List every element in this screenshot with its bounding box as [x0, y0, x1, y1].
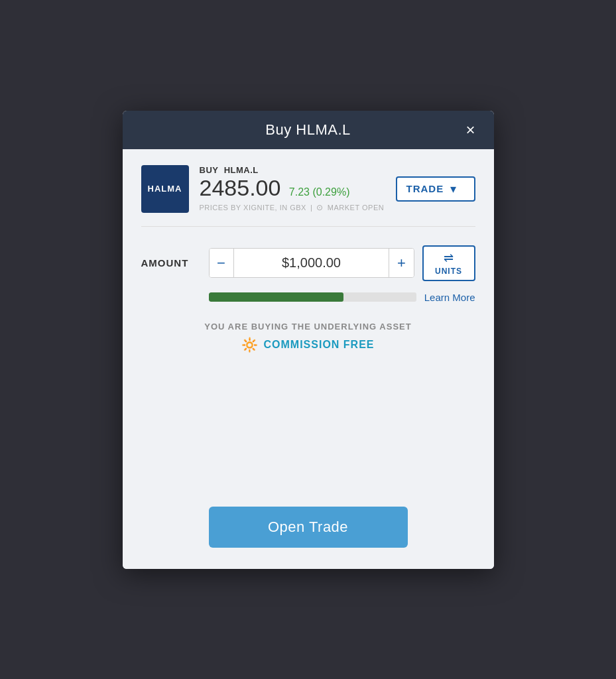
- amount-label: AMOUNT: [141, 257, 201, 269]
- progress-bar-container: [209, 292, 416, 302]
- price-source: PRICES BY XIGNITE, IN GBX: [200, 204, 306, 212]
- units-swap-icon: ⇌: [444, 251, 454, 265]
- modal-header: Buy HLMA.L ×: [123, 111, 494, 149]
- commission-row: 🔆 COMMISSION FREE: [141, 337, 475, 353]
- units-button[interactable]: ⇌ UNITS: [422, 245, 475, 281]
- stock-left: HALMA BUY HLMA.L 2485.00 7.23 (0.29%) PR…: [141, 165, 385, 213]
- trade-modal: Buy HLMA.L × HALMA BUY HLMA.L 2485.00: [123, 111, 494, 569]
- units-label: UNITS: [435, 267, 462, 276]
- amount-input[interactable]: [234, 249, 389, 277]
- trade-dropdown-label: TRADE: [406, 183, 444, 194]
- underlying-asset-section: YOU ARE BUYING THE UNDERLYING ASSET 🔆 CO…: [141, 322, 475, 353]
- progress-bar-fill: [209, 292, 344, 302]
- increase-button[interactable]: +: [389, 249, 413, 277]
- separator: |: [310, 204, 312, 212]
- buy-label: BUY: [200, 165, 219, 175]
- chevron-down-icon: ▾: [450, 183, 456, 195]
- stock-meta: PRICES BY XIGNITE, IN GBX | ⊙ MARKET OPE…: [200, 203, 385, 212]
- market-status: MARKET OPEN: [328, 204, 384, 212]
- decrease-button[interactable]: −: [210, 249, 234, 277]
- stock-price: 2485.00: [200, 175, 281, 200]
- divider: [141, 226, 475, 227]
- stock-details: BUY HLMA.L 2485.00 7.23 (0.29%) PRICES B…: [200, 165, 385, 212]
- open-trade-button[interactable]: Open Trade: [209, 507, 408, 548]
- modal-title: Buy HLMA.L: [265, 121, 351, 139]
- stock-label: BUY HLMA.L: [200, 165, 385, 175]
- stock-info-row: HALMA BUY HLMA.L 2485.00 7.23 (0.29%) PR…: [141, 165, 475, 213]
- spacer: [141, 374, 475, 507]
- commission-label: COMMISSION FREE: [263, 339, 374, 351]
- price-row: 2485.00 7.23 (0.29%): [200, 176, 385, 199]
- ticker: HLMA.L: [224, 165, 259, 175]
- modal-overlay: Buy HLMA.L × HALMA BUY HLMA.L 2485.00: [0, 0, 616, 679]
- commission-icon: 🔆: [241, 337, 258, 353]
- progress-row: Learn More: [141, 292, 475, 303]
- amount-controls: − +: [209, 248, 414, 278]
- learn-more-link[interactable]: Learn More: [424, 292, 475, 303]
- close-button[interactable]: ×: [460, 119, 480, 141]
- amount-row: AMOUNT − + ⇌ UNITS: [141, 245, 475, 281]
- stock-logo: HALMA: [141, 165, 189, 213]
- underlying-asset-text: YOU ARE BUYING THE UNDERLYING ASSET: [141, 322, 475, 332]
- market-open-icon: ⊙: [316, 203, 324, 212]
- trade-dropdown-button[interactable]: TRADE ▾: [396, 176, 475, 202]
- modal-body: HALMA BUY HLMA.L 2485.00 7.23 (0.29%) PR…: [123, 149, 494, 569]
- stock-change: 7.23 (0.29%): [289, 186, 350, 198]
